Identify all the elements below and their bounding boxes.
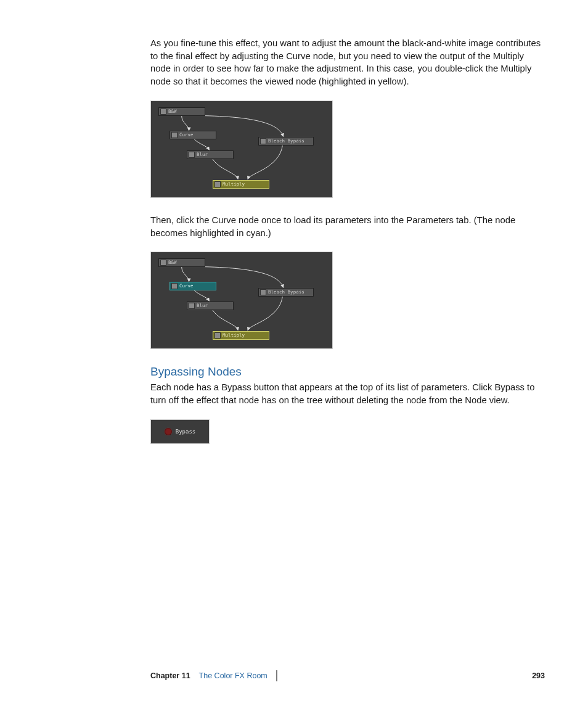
- page-number: 293: [532, 671, 545, 680]
- node-bleach-bypass: Bleach Bypass: [258, 288, 314, 297]
- thumbnail-icon: [160, 260, 166, 266]
- node-label: Multiply: [223, 180, 245, 189]
- node-label: Blur: [197, 150, 208, 159]
- node-curve-selected: Curve: [169, 282, 216, 290]
- figure-node-tree-1: B&W Curve Blur Bleach Bypass Multiply: [150, 101, 333, 198]
- node-curve: Curve: [169, 131, 216, 139]
- heading-bypassing-nodes: Bypassing Nodes: [150, 365, 545, 379]
- figure-node-tree-2: B&W Curve Blur Bleach Bypass Multiply: [150, 252, 333, 349]
- node-label: Blur: [197, 302, 208, 310]
- node-blur: Blur: [187, 302, 234, 310]
- node-bleach-bypass: Bleach Bypass: [258, 137, 314, 146]
- page-footer: Chapter 11 The Color FX Room 293: [150, 670, 545, 681]
- chapter-number: Chapter 11: [150, 671, 190, 680]
- thumbnail-icon: [214, 332, 221, 339]
- node-multiply-viewed: Multiply: [213, 331, 269, 340]
- figure-bypass-button: Bypass: [150, 419, 210, 444]
- node-label: Multiply: [223, 331, 245, 340]
- footer-divider: [276, 670, 277, 681]
- paragraph-2: Then, click the Curve node once to load …: [150, 214, 545, 239]
- node-bw: B&W: [158, 258, 205, 267]
- node-multiply-viewed: Multiply: [213, 180, 269, 189]
- chapter-title: The Color FX Room: [199, 671, 267, 680]
- thumbnail-icon: [171, 132, 178, 138]
- paragraph-3: Each node has a Bypass button that appea…: [150, 381, 545, 406]
- node-label: Bleach Bypass: [268, 137, 304, 146]
- thumbnail-icon: [171, 283, 178, 289]
- node-label: Curve: [179, 282, 194, 290]
- node-label: B&W: [168, 107, 177, 116]
- thumbnail-icon: [214, 181, 221, 187]
- node-bw: B&W: [158, 107, 205, 116]
- node-label: Curve: [179, 131, 194, 139]
- thumbnail-icon: [160, 109, 166, 115]
- node-blur: Blur: [187, 150, 234, 159]
- node-label: Bleach Bypass: [268, 288, 304, 297]
- bypass-label: Bypass: [176, 429, 196, 435]
- thumbnail-icon: [189, 303, 195, 309]
- thumbnail-icon: [260, 289, 266, 295]
- paragraph-1: As you fine-tune this effect, you want t…: [150, 37, 545, 88]
- bypass-indicator-icon: [165, 428, 172, 435]
- thumbnail-icon: [260, 138, 266, 144]
- node-label: B&W: [168, 258, 177, 267]
- thumbnail-icon: [189, 152, 195, 158]
